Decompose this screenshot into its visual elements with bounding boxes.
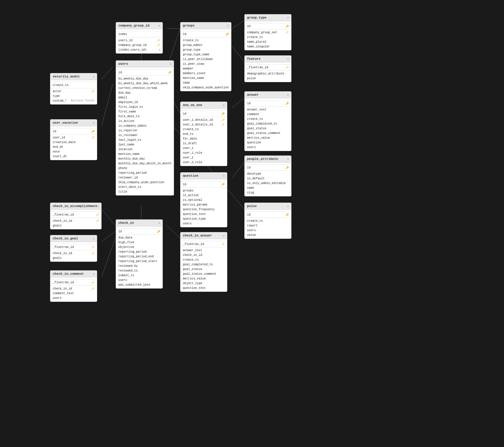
foreign-key-icon: 🔑	[91, 281, 94, 284]
table-row: create_ts	[180, 38, 231, 43]
table-row: company_group_id🔑	[116, 43, 163, 47]
field-name: reviewed_ts	[118, 269, 138, 272]
table-row: id🔑	[180, 182, 227, 187]
field-name: create_ts	[183, 128, 199, 131]
field-name: check_in_id	[183, 254, 202, 257]
external-link-icon[interactable]: ⎋	[93, 237, 94, 240]
svg-line-15	[232, 98, 244, 108]
field-name: note	[53, 150, 60, 153]
primary-key-icon: 🔑	[226, 33, 229, 36]
external-link-icon[interactable]: ⎋	[170, 62, 171, 66]
field-name: check_in_id	[53, 219, 72, 223]
table-row: users	[116, 278, 163, 282]
table-name-check_in_comment: check_in_comment	[53, 272, 84, 276]
table-row: comment_text	[50, 291, 97, 296]
external-link-icon[interactable]: ⎋	[93, 121, 94, 125]
table-body-question: id🔑groupsis_activeis_optionalmetrics_par…	[180, 179, 227, 227]
external-link-icon[interactable]: ⎋	[227, 24, 229, 27]
external-link-icon[interactable]: ⎋	[159, 221, 160, 225]
svg-line-9	[102, 209, 116, 226]
field-name: title	[118, 190, 127, 193]
external-link-icon[interactable]: ⎋	[93, 75, 94, 78]
external-link-icon[interactable]: ⎋	[223, 104, 225, 107]
foreign-key-icon: 🔑	[91, 246, 94, 249]
table-row: submit_ts	[116, 273, 163, 278]
table-row: first_name	[116, 109, 174, 114]
field-name: id	[247, 166, 251, 169]
table-name-pulse: pulse	[247, 204, 257, 208]
field-name: create_ts	[53, 84, 69, 87]
external-link-icon[interactable]: ⎋	[287, 16, 289, 19]
field-name: name_singular	[247, 45, 270, 48]
table-body-answer: id🔑answer_textcommentcreate_tsgoal_compl…	[245, 98, 291, 151]
table-row: type	[50, 94, 97, 98]
table-body-check_in_answer: _fivetran_id🔑answer_textcheck_in_idcreat…	[180, 239, 227, 292]
field-name: users	[247, 146, 256, 149]
field-name: id	[247, 102, 251, 105]
external-link-icon[interactable]: ⎋	[223, 234, 225, 237]
field-name: current_checkin_streak	[118, 87, 157, 90]
field-name: metrics_value	[247, 136, 270, 140]
field-name: create_ts	[247, 117, 263, 121]
field-name: pulse	[247, 77, 256, 80]
field-name: users	[118, 279, 127, 282]
external-link-icon[interactable]: ⎋	[287, 57, 289, 61]
external-link-icon[interactable]: ⎋	[97, 205, 99, 208]
table-row: _fivetran_id🔑	[245, 65, 291, 70]
table-row: last_login_ts	[116, 138, 174, 142]
table-row: goal_status	[180, 267, 227, 271]
info-icon: ℹ	[159, 48, 160, 52]
table-row: users	[245, 145, 291, 150]
field-name: _fivetran_id	[53, 281, 74, 284]
field-name: actor	[53, 90, 62, 93]
field-name: reporting_period_start	[118, 260, 157, 263]
table-body-security_audit: create_tsactor🔑typecustom_*Multiple fiel…	[50, 80, 97, 104]
field-name: id	[183, 33, 186, 36]
table-card-check_in: check_in⎋id🔑due_datehigh_fiveobjectivere…	[116, 219, 163, 289]
table-row: id🔑	[116, 70, 174, 75]
table-row: id🔑	[245, 212, 291, 217]
field-name: first_name	[118, 110, 136, 113]
field-name: type	[53, 95, 60, 98]
field-name: mention_name	[118, 153, 140, 156]
table-row: report	[245, 223, 291, 228]
table-header-users: users⎋	[116, 61, 174, 67]
field-name: end_ts	[183, 133, 193, 136]
external-link-icon[interactable]: ⎋	[159, 24, 160, 27]
table-row: is_optional	[180, 198, 227, 202]
external-link-icon[interactable]: ⎋	[93, 272, 94, 276]
table-card-answer: answer⎋id🔑answer_textcommentcreate_tsgoa…	[244, 91, 291, 151]
table-name-security_audit: security_audit	[53, 75, 80, 78]
table-row: index	[116, 32, 163, 37]
field-name: users	[183, 222, 192, 225]
field-name: for_date	[183, 137, 197, 140]
external-link-icon[interactable]: ⎋	[287, 158, 289, 161]
table-header-company_group_id: company_group_id⎋	[116, 22, 163, 29]
table-row: _fivetran_id🔑	[50, 212, 101, 217]
field-name: is_peer_view	[183, 62, 204, 66]
field-name: custom_*	[53, 99, 67, 102]
table-row: create_ts	[245, 218, 291, 223]
external-link-icon[interactable]: ⎋	[287, 205, 289, 208]
field-name: user_1_details_id	[183, 118, 213, 122]
field-name: users	[53, 297, 62, 300]
field-name: submit_ts	[118, 274, 134, 277]
table-row: member	[180, 66, 231, 71]
table-body-groups: id🔑create_tsgroup_admingroup_typegroup_t…	[180, 29, 231, 91]
external-link-icon[interactable]: ⎋	[223, 174, 225, 178]
table-row: employee_id	[116, 100, 174, 105]
table-row: object_type	[180, 281, 227, 286]
table-row: goal_status	[245, 126, 291, 131]
table-header-user_vacation: user_vacation⎋	[50, 120, 97, 126]
table-row: question_text	[180, 212, 227, 216]
external-link-icon[interactable]: ⎋	[287, 93, 289, 97]
table-row: custom_*Multiple fields	[50, 98, 97, 103]
table-row: user_2_details_id🔑	[180, 122, 227, 127]
table-row: goals	[50, 256, 97, 260]
table-row: for_date	[180, 136, 227, 141]
table-row: check_in_id	[180, 253, 227, 257]
table-row: monthly_due_day	[116, 156, 174, 161]
table-row: create_ts	[245, 35, 291, 39]
field-name: goal_status_comment	[183, 272, 216, 276]
field-name: question_text	[183, 287, 206, 290]
